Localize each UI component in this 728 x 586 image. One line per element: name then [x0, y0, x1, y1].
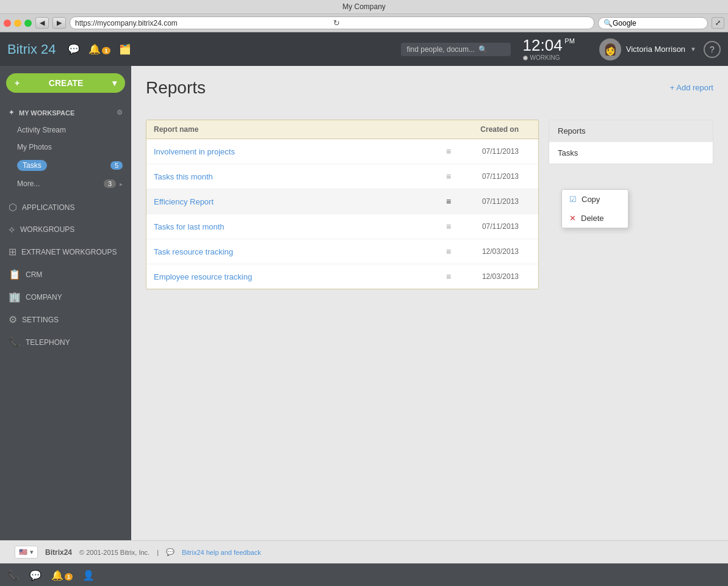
row-menu-icon-active[interactable]: ≡	[444, 195, 453, 208]
row-menu-icon[interactable]: ≡	[444, 220, 453, 233]
bottom-user-icon[interactable]: 👤	[82, 570, 95, 581]
sidebar-nav-extranet[interactable]: ⊞ EXTRANET WORKGROUPS	[0, 241, 131, 263]
workspace-icon: ✦	[9, 109, 14, 117]
col-name-header: Report name	[154, 125, 439, 134]
table-row[interactable]: Employee resource tracking ≡ 12/03/2013	[146, 264, 538, 289]
refresh-icon[interactable]: ↻	[333, 18, 589, 27]
row-date: 07/11/2013	[458, 147, 531, 156]
sidebar-section-workspace: ✦ MY WORKSPACE ⚙ Activity Stream My Phot…	[0, 100, 131, 196]
my-photos-label: My Photos	[17, 143, 52, 151]
row-actions: ≡	[439, 220, 458, 233]
url-bar[interactable]: https://mycompany.bitrix24.com ↻	[70, 16, 594, 29]
workspace-gear-icon[interactable]: ⚙	[117, 109, 123, 117]
sidebar-panel-reports[interactable]: Reports	[549, 120, 713, 142]
bottom-chat-icon[interactable]: 💬	[29, 570, 41, 581]
footer-feedback[interactable]: Bitrix24 help and feedback	[182, 549, 261, 556]
sidebar-nav-settings[interactable]: ⚙ SETTINGS	[0, 308, 131, 331]
working-dot-icon	[523, 56, 528, 60]
table-row[interactable]: Tasks this month ≡ 07/11/2013	[146, 164, 538, 189]
footer-separator: |	[157, 549, 159, 556]
url-text: https://mycompany.bitrix24.com	[75, 19, 331, 27]
footer-logo: Bitrix24	[45, 548, 72, 557]
row-menu-icon[interactable]: ≡	[444, 270, 453, 283]
more-chevron-icon: ▸	[120, 181, 123, 187]
search-bar[interactable]: find people, docum... 🔍	[401, 43, 511, 56]
context-menu-copy[interactable]: ☑ Copy	[562, 190, 628, 209]
row-menu-icon[interactable]: ≡	[444, 145, 453, 157]
delete-label: Delete	[581, 214, 604, 223]
copy-icon: ☑	[569, 195, 577, 204]
user-name: Victoria Morrison	[626, 45, 685, 54]
sidebar-item-more[interactable]: More... 3 ▸	[0, 175, 131, 192]
footer-copyright: © 2001-2015 Bitrix, Inc.	[79, 549, 150, 556]
table-row-efficiency[interactable]: Efficiency Report ≡ 07/11/2013 ☑ Copy	[146, 189, 538, 214]
extranet-label: EXTRANET WORKGROUPS	[21, 248, 117, 256]
more-label: More...	[17, 179, 40, 188]
page-title: Reports	[146, 78, 206, 98]
row-name: Efficiency Report	[154, 197, 439, 206]
applications-label: APPLICATIONS	[22, 203, 74, 212]
row-name: Involvement in projects	[154, 147, 439, 156]
row-name: Tasks for last month	[154, 222, 439, 231]
sidebar-item-activity-stream[interactable]: Activity Stream	[0, 121, 131, 139]
briefcase-icon[interactable]: 🗂️	[119, 43, 131, 55]
copy-label: Copy	[582, 195, 600, 204]
tasks-count-badge: 5	[110, 161, 123, 170]
row-actions: ≡	[439, 170, 458, 183]
add-report-link[interactable]: + Add report	[670, 83, 713, 92]
row-menu-icon[interactable]: ≡	[444, 170, 453, 183]
tl-minimize[interactable]	[14, 20, 21, 27]
sidebar-item-tasks[interactable]: Tasks 5	[0, 156, 131, 175]
workgroups-label: WORKGROUPS	[20, 225, 74, 234]
notifications-icon[interactable]: 🔔1	[88, 43, 110, 55]
table-row[interactable]: Tasks for last month ≡ 07/11/2013	[146, 214, 538, 239]
content-area: Reports + Add report Report name Created…	[131, 66, 728, 540]
notifications-badge: 1	[102, 47, 110, 54]
create-button[interactable]: + CREATE ▾	[6, 73, 125, 93]
app-body: + CREATE ▾ ✦ MY WORKSPACE ⚙ Activity Str…	[0, 66, 728, 540]
nav-forward-button[interactable]: ▶	[52, 17, 66, 29]
extranet-icon: ⊞	[9, 246, 16, 258]
context-menu-delete[interactable]: ✕ Delete	[562, 209, 628, 228]
tl-close[interactable]	[4, 20, 11, 27]
create-plus-icon: +	[15, 78, 20, 88]
row-actions: ≡	[439, 145, 458, 157]
telephony-label: TELEPHONY	[26, 338, 70, 347]
bottom-phone-icon[interactable]: 📞	[7, 570, 20, 581]
tl-fullscreen[interactable]	[24, 20, 32, 27]
sidebar-nav-telephony[interactable]: 📞 TELEPHONY	[0, 331, 131, 353]
sidebar-nav-applications[interactable]: ⬡ APPLICATIONS	[0, 196, 131, 219]
row-name: Task resource tracking	[154, 247, 439, 256]
row-actions: ≡	[439, 195, 458, 208]
browser-search[interactable]: 🔍 Google	[598, 17, 708, 29]
user-chevron-icon: ▼	[690, 46, 696, 52]
sidebar-panel-tasks[interactable]: Tasks	[549, 142, 713, 164]
chat-icon[interactable]: 💬	[68, 43, 80, 55]
row-name: Employee resource tracking	[154, 272, 439, 281]
browser-toolbar: ◀ ▶ https://mycompany.bitrix24.com ↻ 🔍 G…	[0, 14, 728, 32]
app-header: Bitrix 24 💬 🔔1 🗂️ find people, docum... …	[0, 32, 728, 66]
logo-text: Bitrix	[7, 42, 37, 57]
user-area[interactable]: 👩 Victoria Morrison ▼	[599, 38, 696, 60]
activity-stream-label: Activity Stream	[17, 126, 66, 134]
row-menu-icon[interactable]: ≡	[444, 245, 453, 258]
search-icon: 🔍	[478, 45, 488, 54]
table-row[interactable]: Involvement in projects ≡ 07/11/2013	[146, 139, 538, 164]
page-header-area: Reports + Add report	[146, 78, 713, 110]
browser-extra-btn[interactable]: ⤢	[712, 17, 724, 29]
nav-back-button[interactable]: ◀	[35, 17, 49, 29]
bottom-bell-icon[interactable]: 🔔1	[51, 570, 73, 581]
row-date: 07/11/2013	[458, 172, 531, 181]
create-label: CREATE	[49, 78, 84, 88]
sidebar-nav-crm[interactable]: 📋 CRM	[0, 263, 131, 286]
table-row[interactable]: Task resource tracking ≡ 12/03/2013	[146, 239, 538, 264]
sidebar-nav-company[interactable]: 🏢 COMPANY	[0, 286, 131, 308]
sidebar-item-my-photos[interactable]: My Photos	[0, 139, 131, 156]
tasks-badge-label[interactable]: Tasks	[17, 160, 47, 171]
sidebar-section-workspace-header[interactable]: ✦ MY WORKSPACE ⚙	[0, 104, 131, 121]
reports-main: Report name Created on Involvement in pr…	[146, 120, 539, 289]
help-button[interactable]: ?	[704, 41, 721, 58]
row-date: 07/11/2013	[458, 222, 531, 231]
footer-flag[interactable]: 🇺🇸 ▾	[15, 546, 38, 559]
sidebar-nav-workgroups[interactable]: ⟡ WORKGROUPS	[0, 219, 131, 241]
